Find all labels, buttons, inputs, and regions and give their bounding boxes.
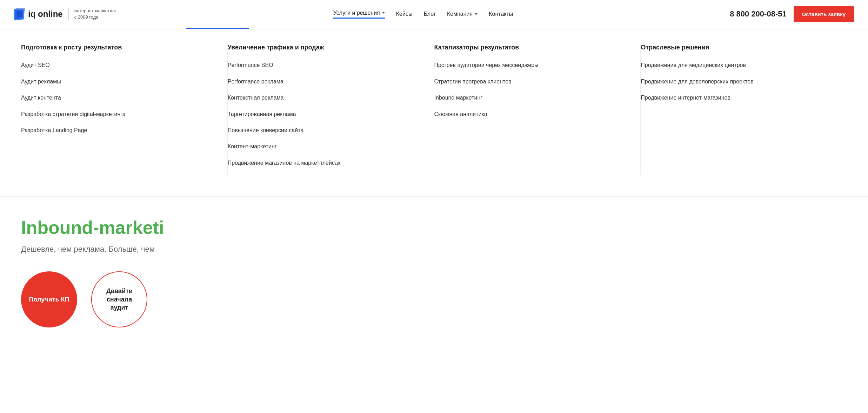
nav-item-cases[interactable]: Кейсы xyxy=(396,11,413,17)
audit-button-label: Давайте сначала аудит xyxy=(106,287,132,312)
hero-subtitle: Дешевле, чем реклама. Больше, чем xyxy=(21,245,847,254)
nav-item-company[interactable]: Компания xyxy=(447,11,478,17)
dropdown-item[interactable]: Сквозная аналитика xyxy=(434,110,627,118)
dropdown-item[interactable]: Повышение конверсии сайта xyxy=(228,127,420,134)
dropdown-item[interactable]: Продвижение для девелоперских проектов xyxy=(641,78,833,86)
hero-section: Inbound-marketi Дешевле, чем реклама. Бо… xyxy=(0,197,868,348)
dropdown-col-3: Катализаторы результатов Прогрев аудитор… xyxy=(434,43,641,175)
header-right: 8 800 200-08-51 Оставить заявку xyxy=(730,6,854,22)
nav-item-contacts[interactable]: Контакты xyxy=(489,11,513,17)
dropdown-col-4-header: Отраслевые решения xyxy=(641,43,833,52)
cta-button[interactable]: Оставить заявку xyxy=(794,6,854,22)
dropdown-item[interactable]: Performance реклама xyxy=(228,78,420,86)
get-quote-button[interactable]: Получить КП xyxy=(21,271,77,327)
dropdown-item[interactable]: Прогрев аудитории через мессенджеры xyxy=(434,61,627,69)
dropdown-menu: Подготовка к росту результатов Аудит SEO… xyxy=(0,29,868,197)
dropdown-item[interactable]: Контекстная реклама xyxy=(228,94,420,102)
dropdown-item[interactable]: Продвижение магазинов на маркетплейсах xyxy=(228,159,420,167)
logo[interactable]: iq online xyxy=(14,8,63,20)
logo-tagline: интернет-маркетинг с 2009 года xyxy=(68,8,116,20)
dropdown-col-2: Увеличение трафика и продаж Performance … xyxy=(228,43,434,175)
dropdown-item[interactable]: Таргетированная реклама xyxy=(228,110,420,118)
nav-item-services[interactable]: Услуги и решения xyxy=(333,10,385,19)
svg-marker-4 xyxy=(17,11,22,18)
dropdown-item-performance-seo[interactable]: Performance SEO xyxy=(228,61,420,69)
dropdown-col-4: Отраслевые решения Продвижение для медиц… xyxy=(641,43,847,175)
hero-buttons: Получить КП Давайте сначала аудит xyxy=(21,271,847,327)
dropdown-col-1: Подготовка к росту результатов Аудит SEO… xyxy=(21,43,228,175)
logo-text: iq online xyxy=(28,9,63,19)
chevron-down-icon xyxy=(382,12,385,14)
hero-title: Inbound-marketi xyxy=(21,218,847,238)
dropdown-col-2-header: Увеличение трафика и продаж xyxy=(228,43,420,52)
dropdown-item[interactable]: Контент-маркетинг xyxy=(228,143,420,150)
dropdown-item[interactable]: Аудит SEO xyxy=(21,61,213,69)
dropdown-item[interactable]: Аудит рекламы xyxy=(21,78,213,86)
dropdown-item[interactable]: Стратегии прогрева клиентов xyxy=(434,78,627,86)
chevron-down-icon-2 xyxy=(475,13,478,15)
audit-button[interactable]: Давайте сначала аудит xyxy=(91,271,147,327)
dropdown-item[interactable]: Inbound маркетинг xyxy=(434,94,627,102)
phone-number: 8 800 200-08-51 xyxy=(730,9,786,19)
dropdown-item[interactable]: Продвижение интернет-магазинов xyxy=(641,94,833,102)
dropdown-item[interactable]: Аудит контента xyxy=(21,94,213,102)
dropdown-item[interactable]: Продвижение для медицинских центров xyxy=(641,61,833,69)
header-left: iq online интернет-маркетинг с 2009 года xyxy=(14,8,116,20)
dropdown-item[interactable]: Разработка Landing Page xyxy=(21,127,213,134)
dropdown-item[interactable]: Разработка стратегии digital-маркетинга xyxy=(21,110,213,118)
logo-icon xyxy=(14,8,25,20)
nav-item-blog[interactable]: Блог xyxy=(423,11,436,17)
header: iq online интернет-маркетинг с 2009 года… xyxy=(0,0,868,28)
dropdown-col-1-header: Подготовка к росту результатов xyxy=(21,43,213,52)
dropdown-col-3-header: Катализаторы результатов xyxy=(434,43,627,52)
main-nav: Услуги и решения Кейсы Блог Компания Кон… xyxy=(333,10,513,19)
